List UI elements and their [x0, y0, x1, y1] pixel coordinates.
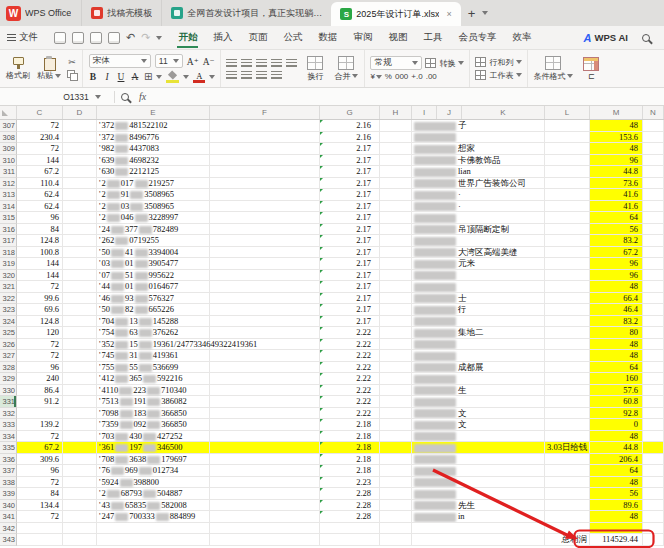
cell-amount[interactable]: 86.4	[17, 385, 63, 397]
cell-date[interactable]: 2.22	[320, 396, 380, 408]
cell-empty[interactable]	[643, 385, 664, 397]
cell-amount[interactable]: 99.6	[17, 293, 63, 305]
cell-empty[interactable]	[380, 442, 412, 454]
cell-empty[interactable]	[210, 201, 320, 213]
cell-date[interactable]: 2.17	[320, 166, 380, 178]
cell-customer-name[interactable]: 文	[412, 419, 545, 431]
cell-customer-name[interactable]	[412, 396, 545, 408]
cell-empty[interactable]	[63, 396, 97, 408]
cell-profit[interactable]: 160	[590, 373, 643, 385]
cell-empty[interactable]	[63, 224, 97, 236]
cell-profit[interactable]: 48	[590, 511, 643, 523]
cell-profit[interactable]: 96	[590, 155, 643, 167]
cell-note[interactable]	[545, 316, 590, 328]
cell-empty[interactable]	[643, 339, 664, 351]
cell-date[interactable]: 2.17	[320, 258, 380, 270]
cell-note[interactable]	[545, 224, 590, 236]
cell-empty[interactable]	[380, 258, 412, 270]
fill-color-button[interactable]	[166, 71, 179, 83]
font-color-button[interactable]: A	[193, 71, 205, 83]
cell-order-number[interactable]: '4365835582008	[97, 500, 210, 512]
cell-order-number[interactable]: '24377782489	[97, 224, 210, 236]
cell-empty[interactable]	[643, 235, 664, 247]
name-box[interactable]: O1331	[56, 88, 108, 105]
cell-empty[interactable]	[380, 362, 412, 374]
cell-empty[interactable]	[63, 132, 97, 144]
cell-order-number[interactable]: '03013905477	[97, 258, 210, 270]
cell-date[interactable]: 2.17	[320, 235, 380, 247]
cell-empty[interactable]	[210, 155, 320, 167]
row-header[interactable]: 331	[0, 396, 17, 408]
cell-empty[interactable]	[63, 270, 97, 282]
cell-customer-name[interactable]	[412, 316, 545, 328]
cell-profit[interactable]: 60.8	[590, 396, 643, 408]
cell-profit[interactable]: 41.6	[590, 201, 643, 213]
cell-profit[interactable]: 64	[590, 212, 643, 224]
cell-order-number[interactable]: '44010164677	[97, 281, 210, 293]
cell-amount[interactable]: 134.4	[17, 500, 63, 512]
cell-customer-name[interactable]: lian	[412, 166, 545, 178]
font-name-select[interactable]: 宋体	[89, 54, 151, 68]
cell-empty[interactable]	[380, 408, 412, 420]
cell-empty[interactable]	[643, 201, 664, 213]
cell-note[interactable]	[545, 523, 590, 535]
row-header[interactable]: 326	[0, 339, 17, 351]
cell-profit[interactable]: 57.6	[590, 385, 643, 397]
cell-customer-name[interactable]	[412, 373, 545, 385]
cell-empty[interactable]	[63, 258, 97, 270]
row-header[interactable]: 325	[0, 327, 17, 339]
row-header[interactable]: 342	[0, 523, 17, 535]
share-icon[interactable]	[108, 32, 120, 44]
cell-amount[interactable]: 96	[17, 362, 63, 374]
cell-empty[interactable]	[210, 373, 320, 385]
cell-empty[interactable]	[63, 465, 97, 477]
cell-empty[interactable]	[63, 155, 97, 167]
cell-note[interactable]	[545, 235, 590, 247]
column-header-E[interactable]: E	[97, 106, 210, 119]
cell-date[interactable]: 2.18	[320, 454, 380, 466]
cell-order-number[interactable]	[97, 534, 210, 546]
row-header[interactable]: 313	[0, 189, 17, 201]
cell-empty[interactable]	[380, 270, 412, 282]
cell-amount[interactable]: 72	[17, 120, 63, 132]
tab-工具[interactable]: 工具	[415, 26, 450, 49]
cell-profit[interactable]: 56	[590, 488, 643, 500]
cell-date[interactable]	[320, 523, 380, 535]
cell-empty[interactable]	[643, 258, 664, 270]
cell-amount[interactable]	[17, 523, 63, 535]
cell-empty[interactable]	[63, 143, 97, 155]
cell-empty[interactable]	[210, 120, 320, 132]
cell-customer-name[interactable]: in	[412, 511, 545, 523]
underline-button[interactable]: U	[116, 72, 126, 82]
row-header[interactable]: 323	[0, 304, 17, 316]
cell-empty[interactable]	[210, 212, 320, 224]
cell-customer-name[interactable]	[412, 465, 545, 477]
cell-note[interactable]	[545, 178, 590, 190]
cell-note[interactable]	[545, 488, 590, 500]
cell-profit[interactable]: 83.2	[590, 235, 643, 247]
cut-icon[interactable]: ✂	[68, 58, 76, 67]
cell-empty[interactable]	[380, 523, 412, 535]
cell-empty[interactable]	[380, 155, 412, 167]
cell-note[interactable]	[545, 350, 590, 362]
cell-amount[interactable]: 84	[17, 224, 63, 236]
cell-empty[interactable]	[380, 339, 412, 351]
cell-customer-name[interactable]: 行	[412, 304, 545, 316]
row-header[interactable]: 318	[0, 247, 17, 259]
cell-empty[interactable]	[380, 235, 412, 247]
cell-date[interactable]: 2.28	[320, 488, 380, 500]
cell-empty[interactable]	[63, 500, 97, 512]
cell-note[interactable]	[545, 396, 590, 408]
cell-amount[interactable]: 72	[17, 339, 63, 351]
cell-order-number[interactable]: '50413394004	[97, 247, 210, 259]
cell-note[interactable]	[545, 281, 590, 293]
total-label-cell[interactable]: 总利润	[545, 534, 590, 546]
cell-customer-name[interactable]: 大湾区高端美缝	[412, 247, 545, 259]
cell-empty[interactable]	[380, 500, 412, 512]
decrease-font-icon[interactable]: A⁻	[203, 56, 215, 67]
cell-order-number[interactable]: '4110223710340	[97, 385, 210, 397]
cell-amount[interactable]: 144	[17, 155, 63, 167]
cell-profit[interactable]: 83.2	[590, 316, 643, 328]
align-bottom-icon[interactable]	[256, 59, 267, 67]
align-center-icon[interactable]	[241, 71, 252, 79]
